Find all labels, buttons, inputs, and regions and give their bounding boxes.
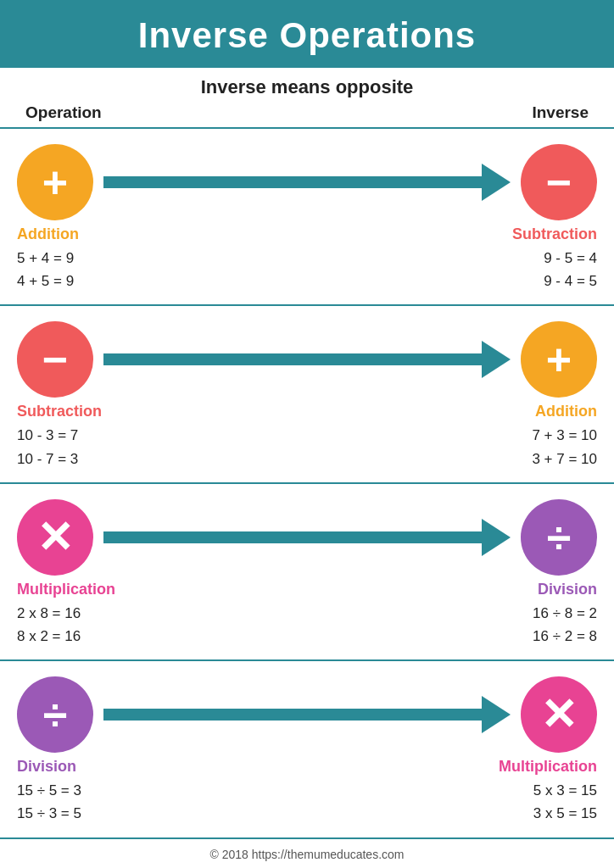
equations-multiplication: 2 x 8 = 16 8 x 2 = 16 bbox=[17, 602, 153, 648]
column-labels: Operation Inverse bbox=[0, 102, 614, 127]
arrow-shaft bbox=[103, 353, 482, 365]
eq1: 7 + 3 = 10 bbox=[461, 424, 597, 447]
label-division-2: Division bbox=[17, 758, 153, 776]
row-addition-subtraction: + − Addition 5 + 4 = 9 4 + 5 = 9 Subtrac… bbox=[0, 127, 614, 304]
eq1: 16 ÷ 8 = 2 bbox=[461, 602, 597, 625]
operations-container: + − Addition 5 + 4 = 9 4 + 5 = 9 Subtrac… bbox=[0, 127, 614, 839]
arrow-head bbox=[482, 341, 511, 378]
eq1: 15 ÷ 5 = 3 bbox=[17, 779, 153, 802]
eq2: 3 + 7 = 10 bbox=[461, 448, 597, 470]
subtitle: Inverse means opposite bbox=[0, 68, 614, 102]
equations-division-2: 15 ÷ 5 = 3 15 ÷ 3 = 5 bbox=[17, 779, 153, 825]
arrow-division-multiplication bbox=[103, 709, 511, 721]
eq2: 15 ÷ 3 = 5 bbox=[17, 802, 153, 825]
arrow-subtraction-addition bbox=[103, 353, 511, 365]
label-subtraction: Subtraction bbox=[461, 225, 597, 243]
label-addition-2: Addition bbox=[461, 403, 597, 420]
minus-symbol: − bbox=[546, 160, 572, 204]
arrow-multiplication-division bbox=[103, 531, 511, 543]
circle-subtraction: − bbox=[521, 144, 597, 220]
label-subtraction-2: Subtraction bbox=[17, 403, 153, 420]
row-multiplication-division: ✕ ÷ Multiplication 2 x 8 = 16 8 x 2 = 16… bbox=[0, 482, 614, 659]
left-info: Division 15 ÷ 5 = 3 15 ÷ 3 = 5 bbox=[17, 758, 153, 825]
page-title: Inverse Operations bbox=[17, 15, 597, 56]
labels-equations: Subtraction 10 - 3 = 7 10 - 7 = 3 Additi… bbox=[17, 403, 597, 470]
eq1: 9 - 5 = 4 bbox=[461, 247, 597, 270]
equations-addition: 5 + 4 = 9 4 + 5 = 9 bbox=[17, 247, 153, 292]
label-multiplication: Multiplication bbox=[17, 581, 153, 598]
left-info: Subtraction 10 - 3 = 7 10 - 7 = 3 bbox=[17, 403, 153, 470]
col-label-inverse: Inverse bbox=[532, 103, 589, 122]
eq1: 5 x 3 = 15 bbox=[461, 779, 597, 802]
eq2: 10 - 7 = 3 bbox=[17, 448, 153, 470]
arrow-head bbox=[482, 519, 511, 556]
eq1: 5 + 4 = 9 bbox=[17, 247, 153, 270]
circle-subtraction-2: − bbox=[17, 321, 93, 398]
arrow-row: ÷ ✕ bbox=[17, 676, 597, 753]
arrow-shaft bbox=[103, 176, 482, 188]
eq2: 16 ÷ 2 = 8 bbox=[461, 625, 597, 648]
plus-symbol-2: + bbox=[546, 337, 572, 381]
arrow-addition-subtraction bbox=[103, 176, 511, 188]
arrow-shaft bbox=[103, 531, 482, 543]
eq1: 2 x 8 = 16 bbox=[17, 602, 153, 625]
equations-multiplication-2: 5 x 3 = 15 3 x 5 = 15 bbox=[461, 779, 597, 825]
right-info: Division 16 ÷ 8 = 2 16 ÷ 2 = 8 bbox=[461, 581, 597, 648]
divide-symbol-2: ÷ bbox=[43, 693, 68, 737]
equations-subtraction: 9 - 5 = 4 9 - 4 = 5 bbox=[461, 247, 597, 292]
circle-addition: + bbox=[17, 144, 93, 220]
equations-subtraction-2: 10 - 3 = 7 10 - 7 = 3 bbox=[17, 424, 153, 470]
labels-equations: Division 15 ÷ 5 = 3 15 ÷ 3 = 5 Multiplic… bbox=[17, 758, 597, 825]
arrow-head bbox=[482, 164, 511, 201]
footer: © 2018 https://themumeducates.com bbox=[0, 839, 614, 868]
minus-symbol-2: − bbox=[42, 337, 68, 381]
circle-multiplication-2: ✕ bbox=[521, 676, 597, 753]
label-addition: Addition bbox=[17, 225, 153, 243]
label-multiplication-2: Multiplication bbox=[461, 758, 597, 776]
eq2: 8 x 2 = 16 bbox=[17, 625, 153, 648]
right-info: Multiplication 5 x 3 = 15 3 x 5 = 15 bbox=[461, 758, 597, 825]
eq2: 9 - 4 = 5 bbox=[461, 270, 597, 292]
left-info: Addition 5 + 4 = 9 4 + 5 = 9 bbox=[17, 225, 153, 292]
eq2: 3 x 5 = 15 bbox=[461, 802, 597, 825]
equations-division: 16 ÷ 8 = 2 16 ÷ 2 = 8 bbox=[461, 602, 597, 648]
equations-addition-2: 7 + 3 = 10 3 + 7 = 10 bbox=[461, 424, 597, 470]
right-info: Subtraction 9 - 5 = 4 9 - 4 = 5 bbox=[461, 225, 597, 292]
eq2: 4 + 5 = 9 bbox=[17, 270, 153, 292]
row-division-multiplication: ÷ ✕ Division 15 ÷ 5 = 3 15 ÷ 3 = 5 Multi… bbox=[0, 659, 614, 838]
page-header: Inverse Operations bbox=[0, 0, 614, 68]
circle-addition-2: + bbox=[521, 321, 597, 398]
eq1: 10 - 3 = 7 bbox=[17, 424, 153, 447]
circle-division: ÷ bbox=[521, 499, 597, 576]
circle-multiplication: ✕ bbox=[17, 499, 93, 576]
times-symbol: ✕ bbox=[36, 515, 74, 559]
label-division: Division bbox=[461, 581, 597, 598]
arrow-row: + − bbox=[17, 144, 597, 220]
right-info: Addition 7 + 3 = 10 3 + 7 = 10 bbox=[461, 403, 597, 470]
labels-equations: Multiplication 2 x 8 = 16 8 x 2 = 16 Div… bbox=[17, 581, 597, 648]
circle-division-2: ÷ bbox=[17, 676, 93, 753]
divide-symbol: ÷ bbox=[547, 515, 572, 559]
left-info: Multiplication 2 x 8 = 16 8 x 2 = 16 bbox=[17, 581, 153, 648]
row-subtraction-addition: − + Subtraction 10 - 3 = 7 10 - 7 = 3 Ad… bbox=[0, 304, 614, 481]
col-label-operation: Operation bbox=[25, 103, 102, 122]
arrow-row: − + bbox=[17, 321, 597, 398]
times-symbol-2: ✕ bbox=[540, 693, 578, 737]
arrow-shaft bbox=[103, 709, 482, 721]
arrow-head bbox=[482, 696, 511, 733]
labels-equations: Addition 5 + 4 = 9 4 + 5 = 9 Subtraction… bbox=[17, 225, 597, 292]
arrow-row: ✕ ÷ bbox=[17, 499, 597, 576]
plus-symbol: + bbox=[42, 160, 68, 204]
